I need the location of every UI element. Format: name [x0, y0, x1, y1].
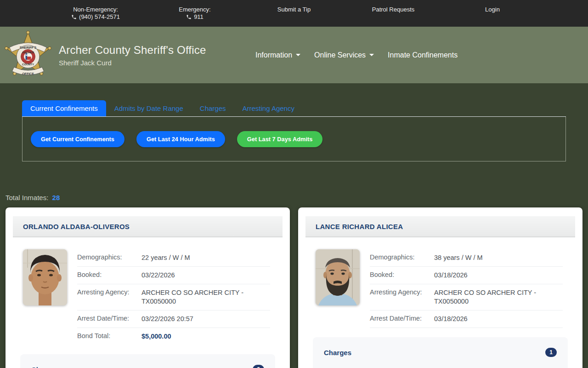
detail-row-arresting-agency: Arresting Agency: ARCHER CO SO ARCHER CI… — [77, 284, 270, 310]
tab-arresting-agency[interactable]: Arresting Agency — [234, 100, 303, 116]
caret-down-icon — [369, 54, 374, 56]
tab-admits-by-date-range[interactable]: Admits by Date Range — [106, 100, 192, 116]
svg-text:OFFICE: OFFICE — [22, 72, 34, 75]
charges-count-badge: 2 — [253, 365, 264, 368]
get-last-24-hour-admits-button[interactable]: Get Last 24 Hour Admits — [136, 131, 225, 147]
inmate-cards-row: ORLANDO ALDABA-OLIVEROS — [6, 207, 582, 368]
inmate-name-bar: LANCE RICHARD ALICEA — [305, 216, 575, 237]
charges-section: Charges 2 — [20, 354, 275, 368]
main-navigation: Information Online Services Inmate Confi… — [255, 27, 458, 83]
svg-text:ARCHER: ARCHER — [22, 50, 34, 53]
svg-text:SHERIFF'S: SHERIFF'S — [20, 46, 37, 49]
inmate-card: ORLANDO ALDABA-OLIVEROS — [6, 207, 290, 368]
site-header: SHERIFF'S ARCHER COUNTY OFFICE Archer Co… — [0, 27, 588, 83]
phone-icon — [71, 14, 77, 20]
total-inmates-count: 28 — [52, 194, 60, 201]
tab-panel: Get Current Confinements Get Last 24 Hou… — [22, 117, 566, 161]
inmate-mugshot — [316, 249, 360, 305]
nav-inmate-confinements[interactable]: Inmate Confinements — [388, 51, 458, 59]
non-emergency-label: Non-Emergency: — [46, 6, 145, 13]
tab-current-confinements[interactable]: Current Confinements — [22, 100, 106, 116]
total-inmates-label: Total Inmates: — [6, 194, 48, 201]
inmate-details-table: Demographics: 22 years / W / M Booked: 0… — [77, 249, 270, 345]
login-link[interactable]: Login — [485, 6, 500, 13]
emergency-phone-link[interactable]: 911 — [194, 13, 204, 21]
detail-row-arresting-agency: Arresting Agency: ARCHER CO SO ARCHER CI… — [370, 284, 563, 310]
submit-a-tip-link[interactable]: Submit a Tip — [277, 6, 311, 13]
detail-row-arrest-datetime: Arrest Date/Time: 03/22/2026 20:57 — [77, 310, 270, 328]
tab-charges[interactable]: Charges — [192, 100, 234, 116]
charges-section: Charges 1 1 ASSAULT CAUSES BODILY INJURY… — [313, 337, 568, 368]
detail-row-booked: Booked: 03/18/2026 — [370, 267, 563, 284]
inmate-mugshot — [23, 249, 67, 305]
site-title: Archer County Sheriff's Office — [59, 44, 206, 57]
charges-title: Charges — [31, 366, 59, 368]
phone-icon — [186, 14, 192, 20]
non-emergency-phone-link[interactable]: (940) 574-2571 — [79, 13, 120, 21]
inmate-name-bar: ORLANDO ALDABA-OLIVEROS — [13, 216, 283, 237]
detail-row-demographics: Demographics: 22 years / W / M — [77, 249, 270, 267]
detail-row-demographics: Demographics: 38 years / W / M — [370, 249, 563, 267]
sheriff-badge-logo: SHERIFF'S ARCHER COUNTY OFFICE — [4, 31, 52, 80]
emergency-label: Emergency: — [145, 6, 244, 13]
non-emergency-contact: Non-Emergency: (940) 574-2571 — [46, 0, 145, 27]
nav-information[interactable]: Information — [255, 51, 300, 59]
charges-count-badge: 1 — [545, 348, 557, 357]
inmate-details-table: Demographics: 38 years / W / M Booked: 0… — [370, 249, 563, 328]
charges-title: Charges — [324, 349, 351, 356]
svg-text:COUNTY: COUNTY — [22, 63, 34, 66]
caret-down-icon — [296, 54, 300, 56]
confinements-tabs: Current Confinements Admits by Date Rang… — [22, 100, 566, 161]
top-utility-bar: Non-Emergency: (940) 574-2571 Emergency:… — [0, 0, 588, 27]
nav-online-services[interactable]: Online Services — [314, 51, 374, 59]
get-last-7-days-admits-button[interactable]: Get Last 7 Days Admits — [237, 131, 322, 147]
emergency-contact: Emergency: 911 — [145, 0, 244, 27]
detail-row-bond-total: Bond Total: $5,000.00 — [77, 328, 270, 345]
detail-row-booked: Booked: 03/22/2026 — [77, 267, 270, 284]
patrol-requests-link[interactable]: Patrol Requests — [372, 6, 415, 13]
inmate-card: LANCE RICHARD ALICEA — [298, 207, 582, 368]
inmate-name: ORLANDO ALDABA-OLIVEROS — [23, 223, 130, 230]
site-subtitle: Sheriff Jack Curd — [59, 59, 206, 67]
total-inmates-summary: Total Inmates: 28 — [6, 194, 588, 201]
inmate-name: LANCE RICHARD ALICEA — [316, 223, 403, 230]
get-current-confinements-button[interactable]: Get Current Confinements — [31, 131, 124, 147]
detail-row-arrest-datetime: Arrest Date/Time: 03/18/2026 — [370, 310, 563, 328]
